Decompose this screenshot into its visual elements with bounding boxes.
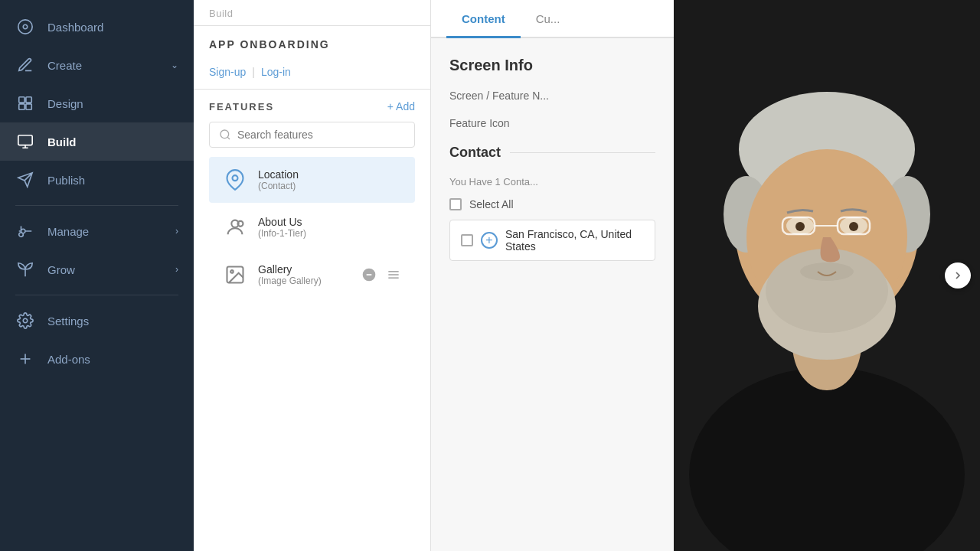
- svg-point-0: [18, 20, 32, 34]
- features-section: FEATURES + Add Location (Contact): [194, 90, 430, 307]
- feature-icon-row: Feature Icon: [449, 117, 655, 129]
- features-section-title: FEATURES: [209, 101, 274, 112]
- chevron-down-icon: ⌄: [171, 60, 178, 70]
- location-checkbox[interactable]: [461, 234, 473, 246]
- svg-rect-4: [19, 104, 24, 109]
- content-body: Screen Info Screen / Feature N... Featur…: [431, 38, 674, 279]
- video-stream: [674, 0, 980, 551]
- sidebar-divider-1: [15, 205, 178, 206]
- sidebar-item-dashboard[interactable]: Dashboard: [0, 8, 194, 46]
- feature-name-gallery: Gallery: [258, 263, 351, 276]
- sign-up-row: Sign-up | Log-in: [194, 58, 430, 90]
- feature-type-location: (Contact): [258, 181, 403, 191]
- tab-customize[interactable]: Cu...: [521, 0, 576, 38]
- search-features-input[interactable]: [237, 129, 405, 141]
- sidebar-label-manage: Manage: [47, 225, 163, 238]
- sidebar-label-create: Create: [47, 59, 158, 72]
- sidebar-label-design: Design: [47, 97, 178, 110]
- sidebar-label-publish: Publish: [47, 174, 178, 187]
- contact-section-title: Contact: [449, 145, 501, 161]
- video-panel: [674, 0, 980, 551]
- sidebar-label-addons: Add-ons: [47, 353, 178, 366]
- svg-point-14: [238, 221, 243, 227]
- feature-icon-label: Feature Icon: [449, 117, 655, 129]
- dashboard-icon: [15, 17, 35, 37]
- sidebar-item-grow[interactable]: Grow ›: [0, 250, 194, 289]
- svg-rect-2: [19, 97, 24, 103]
- sidebar-divider-2: [15, 295, 178, 295]
- svg-point-10: [220, 130, 229, 139]
- svg-point-1: [23, 24, 28, 29]
- location-entry-row[interactable]: + San Francisco, CA, United States: [449, 220, 655, 261]
- contact-subtitle: You Have 1 Conta...: [449, 176, 655, 187]
- sidebar-label-grow: Grow: [47, 263, 163, 276]
- screen-info-title: Screen Info: [449, 57, 655, 74]
- sidebar-item-create[interactable]: Create ⌄: [0, 46, 194, 84]
- svg-line-11: [227, 137, 230, 139]
- features-panel: Build APP ONBOARDING Sign-up | Log-in FE…: [194, 0, 431, 551]
- sign-up-link[interactable]: Sign-up: [209, 66, 246, 78]
- feature-type-gallery: (Image Gallery): [258, 276, 351, 286]
- svg-rect-3: [26, 97, 31, 103]
- feature-type-about-us: (Info-1-Tier): [258, 228, 403, 239]
- screen-feature-name-row: Screen / Feature N...: [449, 90, 655, 102]
- svg-rect-5: [26, 104, 31, 109]
- sidebar-item-publish[interactable]: Publish: [0, 161, 194, 199]
- about-us-feature-icon: [221, 214, 249, 241]
- sidebar-item-manage[interactable]: Manage ›: [0, 212, 194, 250]
- log-in-link[interactable]: Log-in: [261, 66, 291, 78]
- sidebar-item-settings[interactable]: Settings: [0, 302, 194, 340]
- sidebar-item-addons[interactable]: Add-ons: [0, 340, 194, 378]
- svg-point-38: [849, 222, 858, 231]
- design-icon: [15, 93, 35, 113]
- svg-point-37: [795, 222, 805, 231]
- chevron-right-icon-grow: ›: [175, 264, 178, 275]
- select-all-row: Select All: [449, 198, 655, 210]
- build-section-label: Build: [194, 0, 430, 26]
- publish-icon: [15, 170, 35, 190]
- feature-text-gallery: Gallery (Image Gallery): [258, 263, 351, 286]
- sidebar: Dashboard Create ⌄ Design Bu: [0, 0, 194, 551]
- sidebar-label-dashboard: Dashboard: [47, 21, 178, 34]
- scroll-right-arrow[interactable]: [945, 262, 971, 289]
- feature-text-location: Location (Contact): [258, 168, 403, 191]
- sidebar-label-build: Build: [47, 135, 178, 148]
- location-feature-icon: [221, 166, 249, 194]
- app-onboarding-title: APP ONBOARDING: [194, 26, 430, 58]
- add-feature-button[interactable]: + Add: [387, 100, 415, 112]
- svg-point-12: [233, 175, 238, 181]
- location-text: San Francisco, CA, United States: [505, 228, 644, 253]
- search-bar[interactable]: [209, 122, 415, 148]
- build-icon: [15, 132, 35, 152]
- gallery-reorder-button[interactable]: [384, 266, 403, 284]
- grow-icon: [15, 259, 35, 279]
- search-icon: [219, 129, 231, 141]
- location-add-button[interactable]: +: [481, 232, 498, 249]
- select-all-checkbox[interactable]: [449, 198, 462, 210]
- feature-item-gallery[interactable]: Gallery (Image Gallery): [209, 252, 415, 298]
- pipe-divider: |: [252, 66, 255, 78]
- gallery-actions: [360, 266, 403, 284]
- svg-point-7: [23, 318, 28, 323]
- contact-section-divider: Contact: [449, 145, 655, 161]
- feature-item-location[interactable]: Location (Contact): [209, 157, 415, 203]
- svg-point-16: [230, 270, 234, 273]
- manage-icon: [15, 221, 35, 241]
- svg-point-39: [800, 262, 854, 281]
- feature-name-location: Location: [258, 168, 403, 181]
- divider-line: [510, 152, 655, 153]
- sidebar-item-build[interactable]: Build: [0, 122, 194, 161]
- gallery-remove-button[interactable]: [360, 266, 378, 284]
- feature-item-about-us[interactable]: About Us (Info-1-Tier): [209, 204, 415, 250]
- feature-text-about-us: About Us (Info-1-Tier): [258, 216, 403, 239]
- content-panel: Content Cu... Screen Info Screen / Featu…: [431, 0, 674, 551]
- svg-rect-6: [18, 135, 32, 145]
- content-tabs: Content Cu...: [431, 0, 674, 38]
- create-icon: [15, 55, 35, 75]
- tab-content[interactable]: Content: [446, 0, 521, 38]
- chevron-right-icon-manage: ›: [175, 226, 178, 236]
- sidebar-item-design[interactable]: Design: [0, 84, 194, 122]
- settings-icon: [15, 311, 35, 331]
- features-section-header: FEATURES + Add: [209, 100, 415, 112]
- gallery-feature-icon: [221, 261, 249, 289]
